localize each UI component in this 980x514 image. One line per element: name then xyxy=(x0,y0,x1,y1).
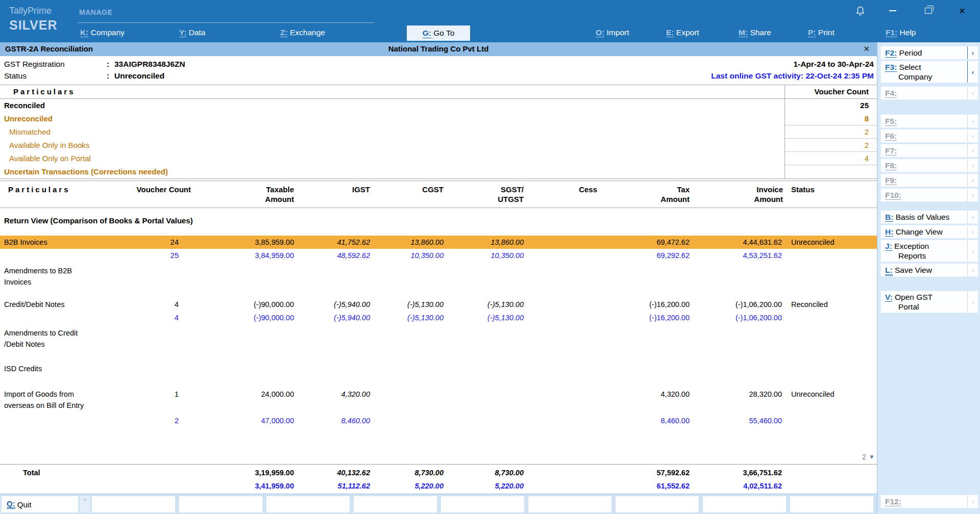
tallyprime-window: TallyPrime SILVER MANAGE K Company Y Dat… xyxy=(0,0,980,514)
gst-registration-value: 33AIGPR8348J6ZN xyxy=(114,60,185,69)
brand-edition: SILVER xyxy=(9,19,57,32)
menubar-divider xyxy=(78,22,374,23)
sidebar-exception-reports[interactable]: J ExceptionReports ‹ xyxy=(880,240,978,262)
col-invoice-amount: Invoice Amount xyxy=(693,181,786,208)
col-cgst: CGST xyxy=(373,181,447,208)
sidebar-f9: F9 ‹ xyxy=(880,173,978,187)
summary-column-divider xyxy=(785,85,785,178)
sidebar-f12: F12 ‹ xyxy=(880,495,978,508)
chevron-left-icon: ‹ xyxy=(967,46,978,59)
quit-button[interactable]: Q Quit xyxy=(2,496,78,512)
menu-import[interactable]: O Import xyxy=(596,28,629,37)
chevron-left-icon: ‹ xyxy=(967,130,978,142)
sidebar-f3-select-company[interactable]: F3 SelectCompany ‹ xyxy=(880,61,978,83)
chevron-left-icon: ‹ xyxy=(967,61,978,83)
chevron-left-icon: ‹ xyxy=(967,264,978,276)
footer-bar: Q Quit ^ xyxy=(0,494,877,514)
footer-slot xyxy=(92,496,175,512)
footer-slot xyxy=(616,496,699,512)
restore-icon[interactable] xyxy=(917,1,940,20)
menu-exchange[interactable]: Z Exchange xyxy=(280,28,325,37)
summary-row-available-only-on-portal[interactable]: Available Only on Portal 4 xyxy=(0,152,877,165)
close-report-icon[interactable]: ✕ xyxy=(863,44,870,54)
menu-print[interactable]: P Print xyxy=(808,28,835,37)
footer-slot xyxy=(703,496,786,512)
row-credit-debit-notes-portal[interactable]: 4 (-)90,000.00 (-)5,940.00 (-)5,130.00 (… xyxy=(0,311,877,324)
menubar-section-label: MANAGE xyxy=(79,8,112,16)
section-title: Return View (Comparison of Books & Porta… xyxy=(4,216,193,225)
minimize-icon[interactable] xyxy=(881,1,904,20)
chevron-left-icon: ‹ xyxy=(967,115,978,127)
row-total-portal: 3,41,959.00 51,112.62 5,220.00 5,220.00 … xyxy=(0,479,877,493)
row-amendments-b2b-line2: Invoices xyxy=(0,275,877,289)
summary-header-row: Particulars Voucher Count xyxy=(0,85,877,99)
menu-export[interactable]: E Export xyxy=(666,28,699,37)
col-igst: IGST xyxy=(297,181,373,208)
menu-company[interactable]: K Company xyxy=(80,28,125,37)
row-import-of-goods-portal[interactable]: 2 47,000.00 8,460.00 8,460.00 55,460.00 xyxy=(0,414,877,427)
row-amendments-cdn-line2: /Debit Notes xyxy=(0,338,877,351)
chevron-left-icon: ‹ xyxy=(967,174,978,187)
status-colon: : xyxy=(107,71,109,81)
row-import-of-goods-line2: overseas on Bill of Entry xyxy=(0,399,877,412)
status-badge: Reconciled xyxy=(786,298,877,311)
right-button-panel: F2 Period ‹ F3 SelectCompany ‹ F4 ‹ F5 ‹… xyxy=(877,42,980,514)
status-badge: Unreconciled xyxy=(786,236,877,249)
sidebar-f2-period[interactable]: F2 Period ‹ xyxy=(880,46,978,60)
chevron-left-icon: ‹ xyxy=(967,189,978,201)
footer-slot xyxy=(790,496,873,512)
summary-col-particulars: Particulars xyxy=(0,87,76,96)
sidebar-f5: F5 ‹ xyxy=(880,114,978,128)
row-isd-credits[interactable]: ISD Credits xyxy=(0,362,877,375)
row-b2b-invoices-portal[interactable]: 25 3,84,959.00 48,592.62 10,350.00 10,35… xyxy=(0,249,877,262)
sidebar-f6: F6 ‹ xyxy=(880,129,978,143)
sidebar-f10: F10 ‹ xyxy=(880,188,978,202)
report-titlebar: GSTR-2A Reconciliation National Trading … xyxy=(0,42,877,56)
total-divider xyxy=(0,464,877,465)
sidebar-open-gst-portal[interactable]: V Open GSTPortal ‹ xyxy=(880,291,978,313)
expand-icon[interactable]: ^ xyxy=(80,496,90,512)
row-b2b-invoices-books[interactable]: B2B Invoices 24 3,85,959.00 41,752.62 13… xyxy=(0,236,877,249)
menu-share[interactable]: M Share xyxy=(739,28,771,37)
menu-data[interactable]: Y Data xyxy=(179,28,205,37)
menu-help[interactable]: F1 Help xyxy=(886,28,916,37)
reconciliation-summary-table: Particulars Voucher Count Reconciled 25 … xyxy=(0,85,877,179)
sidebar-save-view[interactable]: L Save View ‹ xyxy=(880,263,978,277)
gst-colon: : xyxy=(107,60,109,69)
summary-row-unreconciled[interactable]: Unreconciled 8 xyxy=(0,112,877,125)
sidebar-f7: F7 ‹ xyxy=(880,144,978,158)
last-gst-activity[interactable]: Last online GST activity: 22-Oct-24 2:35… xyxy=(711,71,874,81)
menu-goto-button[interactable]: G Go To xyxy=(407,25,470,41)
report-period: 1-Apr-24 to 30-Apr-24 xyxy=(793,60,874,69)
col-taxable-amount: Taxable Amount xyxy=(194,181,297,208)
chevron-left-icon: ‹ xyxy=(967,225,978,238)
summary-row-reconciled[interactable]: Reconciled 25 xyxy=(0,99,877,112)
footer-slot xyxy=(354,496,437,512)
table-header-row: Particulars Voucher Count Taxable Amount… xyxy=(0,181,877,208)
row-pager[interactable]: 2 ▼ xyxy=(862,453,875,461)
pager-down-icon: ▼ xyxy=(869,453,875,460)
summary-row-mismatched[interactable]: Mismatched 2 xyxy=(0,125,877,139)
summary-row-available-only-in-books[interactable]: Available Only in Books 2 xyxy=(0,139,877,152)
notifications-bell-icon[interactable] xyxy=(848,1,872,20)
col-tax-amount: Tax Amount xyxy=(600,181,693,208)
sidebar-f8: F8 ‹ xyxy=(880,159,978,172)
row-credit-debit-notes-books[interactable]: Credit/Debit Notes 4 (-)90,000.00 (-)5,9… xyxy=(0,298,877,311)
gst-registration-label: GST Registration xyxy=(4,60,65,69)
status-value: Unreconciled xyxy=(114,71,164,81)
sidebar-basis-of-values[interactable]: B Basis of Values ‹ xyxy=(880,210,978,224)
summary-row-uncertain-transactions[interactable]: Uncertain Transactions (Corrections need… xyxy=(0,165,877,178)
sidebar-change-view[interactable]: H Change View ‹ xyxy=(880,225,978,239)
chevron-left-icon: ‹ xyxy=(967,159,978,172)
titlebar: TallyPrime SILVER MANAGE K Company Y Dat… xyxy=(0,0,980,42)
brand-name: TallyPrime xyxy=(9,6,57,15)
col-voucher-count: Voucher Count xyxy=(108,181,194,208)
chevron-left-icon: ‹ xyxy=(967,291,978,313)
sidebar-f4: F4 ‹ xyxy=(880,86,978,100)
col-cess: Cess xyxy=(527,181,600,208)
footer-slot xyxy=(528,496,611,512)
window-close-icon[interactable]: ✕ xyxy=(950,1,974,20)
summary-col-voucher-count: Voucher Count xyxy=(815,85,869,98)
app-logo: TallyPrime SILVER xyxy=(9,6,57,32)
chevron-left-icon: ‹ xyxy=(967,211,978,223)
